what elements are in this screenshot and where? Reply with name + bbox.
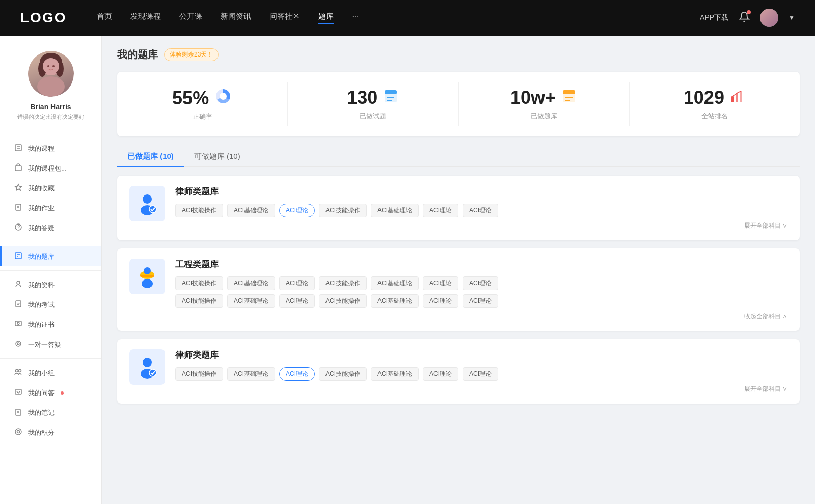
nav-more[interactable]: ··· xyxy=(352,12,359,24)
svg-rect-45 xyxy=(731,96,734,102)
tag[interactable]: ACI理论 xyxy=(463,294,498,308)
quiz-bank-info: 律师类题库 ACI技能操作 ACI基础理论 ACI理论 ACI技能操作 ACI基… xyxy=(175,349,787,394)
quiz-bank-title: 律师类题库 xyxy=(175,349,787,361)
tag[interactable]: ACI基础理论 xyxy=(227,367,275,381)
svg-rect-42 xyxy=(563,90,575,94)
nav-quiz[interactable]: 题库 xyxy=(318,12,334,24)
stat-main: 55% xyxy=(172,87,232,109)
user-dropdown-arrow[interactable]: ▼ xyxy=(789,14,795,21)
svg-point-48 xyxy=(143,194,152,204)
sidebar-divider xyxy=(0,242,101,242)
sidebar-item-notes[interactable]: 我的笔记 xyxy=(0,403,101,423)
sidebar-label: 我的积分 xyxy=(28,428,55,437)
tag[interactable]: ACI理论 xyxy=(279,276,315,290)
tag[interactable]: ACI技能操作 xyxy=(319,294,367,308)
sidebar-item-favorites[interactable]: 我的收藏 xyxy=(0,178,101,198)
tag[interactable]: ACI理论 xyxy=(423,276,458,290)
tag[interactable]: ACI基础理论 xyxy=(371,276,419,290)
quiz-bank-tags-0: ACI技能操作 ACI基础理论 ACI理论 ACI技能操作 ACI基础理论 AC… xyxy=(175,204,787,217)
quiz-icon xyxy=(14,251,23,261)
sidebar-item-my-qa[interactable]: 我的问答 xyxy=(0,383,101,403)
tag[interactable]: ACI基础理论 xyxy=(227,294,275,308)
tab-done-banks[interactable]: 已做题库 (10) xyxy=(117,147,184,167)
tag[interactable]: ACI基础理论 xyxy=(371,367,419,381)
tag[interactable]: ACI技能操作 xyxy=(319,367,367,381)
sidebar-item-group[interactable]: 我的小组 xyxy=(0,363,101,383)
svg-point-30 xyxy=(19,370,21,372)
question-icon: ? xyxy=(14,223,23,233)
tag[interactable]: ACI理论 xyxy=(463,204,498,217)
logo[interactable]: LOGO xyxy=(20,10,66,26)
sidebar-item-course-package[interactable]: 我的课程包... xyxy=(0,158,101,178)
app-download-button[interactable]: APP下载 xyxy=(700,13,728,22)
sidebar-item-certificate[interactable]: 我的证书 xyxy=(0,315,101,334)
expand-link-2[interactable]: 展开全部科目 ∨ xyxy=(175,385,787,394)
svg-point-36 xyxy=(220,93,227,100)
sidebar-item-questions[interactable]: ? 我的答疑 xyxy=(0,218,101,238)
svg-rect-1 xyxy=(37,76,65,97)
collapse-link-1[interactable]: 收起全部科目 ∧ xyxy=(175,312,787,321)
quiz-bank-title: 工程类题库 xyxy=(175,259,787,270)
sidebar-divider xyxy=(0,270,101,271)
content-area: 我的题库 体验剩余23天！ 55% 正确率 xyxy=(102,36,815,504)
star-icon xyxy=(14,183,23,193)
package-icon xyxy=(14,163,23,173)
tag-active[interactable]: ACI理论 xyxy=(279,204,315,217)
quiz-bank-tags-row2-1: ACI技能操作 ACI基础理论 ACI理论 ACI技能操作 ACI基础理论 AC… xyxy=(175,294,787,308)
tag[interactable]: ACI基础理论 xyxy=(371,204,419,217)
sidebar-item-homework[interactable]: 我的作业 xyxy=(0,198,101,218)
doc-orange-icon xyxy=(561,88,577,108)
tag[interactable]: ACI理论 xyxy=(463,367,498,381)
svg-rect-38 xyxy=(385,90,397,94)
sidebar-item-tutoring[interactable]: 一对一答疑 xyxy=(0,334,101,354)
sidebar-item-quiz-bank[interactable]: 我的题库 xyxy=(0,246,101,266)
tag[interactable]: ACI技能操作 xyxy=(175,294,223,308)
stat-accuracy: 55% 正确率 xyxy=(117,82,288,126)
sidebar-label: 一对一答疑 xyxy=(28,340,61,349)
sidebar: Brian Harris 错误的决定比没有决定要好 我的课程 我的课程包... xyxy=(0,36,102,504)
sidebar-item-my-course[interactable]: 我的课程 xyxy=(0,138,101,158)
svg-rect-8 xyxy=(15,145,21,151)
tag[interactable]: ACI理论 xyxy=(463,276,498,290)
main-layout: Brian Harris 错误的决定比没有决定要好 我的课程 我的课程包... xyxy=(0,36,815,504)
nav-qa[interactable]: 问答社区 xyxy=(269,12,300,24)
tag[interactable]: ACI技能操作 xyxy=(319,276,367,290)
svg-point-33 xyxy=(15,429,21,435)
tutoring-icon xyxy=(14,340,23,349)
tag[interactable]: ACI技能操作 xyxy=(175,367,223,381)
tag-active[interactable]: ACI理论 xyxy=(279,367,315,381)
tag[interactable]: ACI理论 xyxy=(423,294,458,308)
tag[interactable]: ACI技能操作 xyxy=(319,204,367,217)
tag[interactable]: ACI理论 xyxy=(423,204,458,217)
svg-point-5 xyxy=(43,58,59,74)
sidebar-motto: 错误的决定比没有决定要好 xyxy=(17,113,85,121)
nav-news[interactable]: 新闻资讯 xyxy=(221,12,251,24)
tag[interactable]: ACI基础理论 xyxy=(227,276,275,290)
sidebar-item-points[interactable]: 我的积分 xyxy=(0,423,101,442)
sidebar-label: 我的课程包... xyxy=(28,164,67,173)
qa-icon xyxy=(14,388,23,398)
exam-icon xyxy=(14,300,23,310)
tab-available-banks[interactable]: 可做题库 (10) xyxy=(184,147,251,167)
expand-link-0[interactable]: 展开全部科目 ∨ xyxy=(175,221,787,230)
nav-home[interactable]: 首页 xyxy=(97,12,112,24)
tag[interactable]: ACI理论 xyxy=(423,367,458,381)
notification-bell[interactable] xyxy=(739,11,750,24)
tag[interactable]: ACI基础理论 xyxy=(371,294,419,308)
sidebar-label: 我的收藏 xyxy=(28,184,55,193)
svg-point-28 xyxy=(17,343,19,345)
rank-number: 1029 xyxy=(684,87,724,108)
tag[interactable]: ACI基础理论 xyxy=(227,204,275,217)
sidebar-item-profile[interactable]: 我的资料 xyxy=(0,275,101,295)
nav-discover[interactable]: 发现课程 xyxy=(130,12,161,24)
tag[interactable]: ACI技能操作 xyxy=(175,204,223,217)
done-questions-label: 已做试题 xyxy=(360,111,386,121)
tag[interactable]: ACI技能操作 xyxy=(175,276,223,290)
svg-point-6 xyxy=(47,65,49,67)
user-avatar[interactable] xyxy=(760,9,778,27)
sidebar-label: 我的问答 xyxy=(28,388,55,398)
tag[interactable]: ACI理论 xyxy=(279,294,315,308)
sidebar-item-exam[interactable]: 我的考试 xyxy=(0,295,101,315)
quiz-bank-title: 律师类题库 xyxy=(175,186,787,198)
nav-open-course[interactable]: 公开课 xyxy=(179,12,202,24)
